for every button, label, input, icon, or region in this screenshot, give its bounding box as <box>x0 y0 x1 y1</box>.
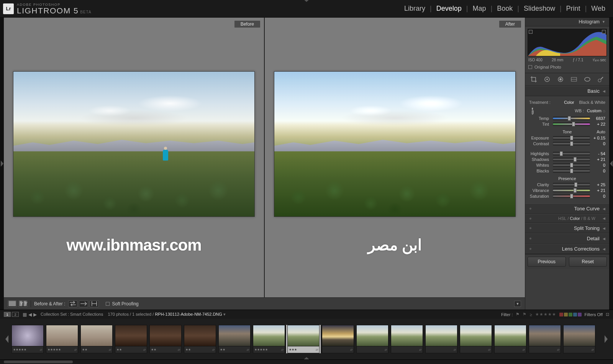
ba-copy-button[interactable] <box>79 300 88 307</box>
ba-copy-settings-button[interactable] <box>90 300 99 307</box>
before-photo[interactable] <box>13 71 255 217</box>
filters-off-dropdown[interactable]: Filters Off <box>585 312 603 317</box>
grid-view-icon[interactable]: ▦ <box>23 312 27 317</box>
temp-slider[interactable] <box>553 116 590 120</box>
filmstrip-thumb[interactable]: ★★▱ <box>115 325 147 353</box>
filmstrip-thumb[interactable]: ★★▱ <box>218 325 251 353</box>
filmstrip-thumb[interactable]: ▱ <box>494 325 526 353</box>
color-label-yellow[interactable] <box>564 313 568 316</box>
vibrance-value[interactable]: + 21 <box>592 188 605 193</box>
filmstrip-scrollbar[interactable] <box>0 359 613 364</box>
redeye-tool[interactable] <box>556 75 565 83</box>
shadows-slider[interactable] <box>553 157 590 161</box>
module-slideshow[interactable]: Slideshow <box>521 5 557 13</box>
wb-dropdown[interactable]: Custom◇ <box>587 108 605 113</box>
radial-filter-tool[interactable] <box>582 75 592 83</box>
highlights-value[interactable]: - 54 <box>592 151 605 156</box>
split-toning-header[interactable]: Split Toning◀ <box>525 223 609 233</box>
module-map[interactable]: Map <box>470 5 488 13</box>
nav-forward-icon[interactable]: ▶ <box>33 312 37 317</box>
temp-value[interactable]: 6837 <box>592 116 605 121</box>
left-panel-expand-icon[interactable] <box>0 18 4 310</box>
filter-lock-icon[interactable]: ⊡ <box>606 312 609 317</box>
panel-collapse-top-icon[interactable] <box>303 0 310 2</box>
filter-rating[interactable]: ★★★★★ <box>535 312 556 317</box>
filmstrip-thumb[interactable]: ★★▱ <box>149 325 182 353</box>
ba-swap-button[interactable] <box>68 300 77 307</box>
saturation-value[interactable]: 0 <box>592 194 605 198</box>
original-photo-toggle[interactable]: Original Photo <box>528 64 607 71</box>
filmstrip-thumb[interactable]: ★★★★★▱ <box>253 325 285 353</box>
filmstrip-thumb[interactable]: ★★★★★▱ <box>11 325 44 353</box>
filmstrip-next-icon[interactable] <box>605 335 608 343</box>
saturation-slider[interactable] <box>553 194 590 198</box>
module-develop[interactable]: Develop <box>434 5 464 13</box>
module-book[interactable]: Book <box>495 5 515 13</box>
whites-value[interactable]: 0 <box>592 163 605 167</box>
color-label-purple[interactable] <box>578 313 582 316</box>
tone-curve-header[interactable]: Tone Curve◀ <box>525 203 609 214</box>
crop-tool[interactable] <box>529 75 539 83</box>
filmstrip-thumb[interactable]: ★★★★★▱ <box>46 325 78 353</box>
treatment-bw[interactable]: Black & White <box>579 100 605 105</box>
histogram-header[interactable]: Histogram▼ <box>525 18 609 26</box>
display-1-button[interactable]: 1 <box>4 312 11 317</box>
filter-reject-icon[interactable]: ⚑ <box>523 312 526 317</box>
exposure-value[interactable]: + 0.15 <box>592 136 605 140</box>
highlight-clip-indicator[interactable] <box>602 30 606 34</box>
adjustment-brush-tool[interactable] <box>596 75 606 83</box>
wb-eyedropper-icon[interactable] <box>528 107 537 115</box>
loupe-view-button[interactable] <box>8 300 17 307</box>
highlights-slider[interactable] <box>553 152 590 156</box>
nav-back-icon[interactable]: ◀ <box>28 312 32 317</box>
toolbar-options-dropdown[interactable]: ▼ <box>514 301 521 307</box>
color-label-blue[interactable] <box>573 313 577 316</box>
shadows-value[interactable]: + 21 <box>592 157 605 162</box>
right-panel-collapse-icon[interactable] <box>609 18 613 310</box>
vibrance-slider[interactable] <box>553 189 590 192</box>
collection-path[interactable]: Collection Set : Smart Collections <box>41 312 103 316</box>
shadow-clip-indicator[interactable] <box>529 30 533 34</box>
detail-header[interactable]: Detail◀ <box>525 233 609 244</box>
blacks-value[interactable]: 0 <box>592 169 605 173</box>
clarity-slider[interactable] <box>553 183 590 187</box>
filmstrip-thumb[interactable]: ▱ <box>322 325 354 353</box>
hsl-header[interactable]: HSL/Color/B & W◀ <box>525 214 609 223</box>
treatment-color[interactable]: Color <box>564 100 574 105</box>
filmstrip-thumb[interactable]: ▱ <box>425 325 457 353</box>
basic-panel-header[interactable]: Basic◀ <box>525 86 609 96</box>
histogram-graph[interactable] <box>528 29 607 56</box>
clarity-value[interactable]: + 25 <box>592 182 605 187</box>
auto-tone-button[interactable]: Auto <box>597 130 605 134</box>
filmstrip-thumb[interactable]: ★★▱ <box>80 325 113 353</box>
spot-removal-tool[interactable] <box>542 75 552 83</box>
lens-corrections-header[interactable]: Lens Corrections◀ <box>525 244 609 254</box>
filmstrip-thumb[interactable]: ▱ <box>563 325 595 353</box>
whites-slider[interactable] <box>553 163 590 167</box>
filmstrip-thumb[interactable]: ★★★▱ <box>287 325 320 353</box>
filmstrip-prev-icon[interactable] <box>5 335 8 343</box>
color-label-red[interactable] <box>559 313 563 316</box>
module-web[interactable]: Web <box>589 5 608 13</box>
contrast-slider[interactable] <box>553 142 590 146</box>
tint-slider[interactable] <box>553 122 590 126</box>
filmstrip-thumb[interactable]: ★★▱ <box>184 325 216 353</box>
graduated-filter-tool[interactable] <box>569 75 579 83</box>
reset-button[interactable]: Reset <box>569 257 607 267</box>
contrast-value[interactable]: 0 <box>592 141 605 146</box>
blacks-slider[interactable] <box>553 169 590 173</box>
compare-view-button[interactable]: YY <box>18 300 28 307</box>
filmstrip-thumb[interactable]: ▱ <box>460 325 492 353</box>
filmstrip-thumb[interactable]: ▱ <box>529 325 561 353</box>
after-photo[interactable] <box>274 71 516 217</box>
filmstrip-thumb[interactable]: ▱ <box>391 325 423 353</box>
color-label-green[interactable] <box>569 313 572 316</box>
filter-flag-icon[interactable]: ⚑ <box>516 312 520 317</box>
tint-value[interactable]: + 22 <box>592 122 605 126</box>
soft-proofing-toggle[interactable]: Soft Proofing <box>106 301 138 307</box>
current-filename[interactable]: RPH-130112-Adobe-NM-7452.DNG <box>155 312 222 316</box>
module-library[interactable]: Library <box>402 5 428 13</box>
exposure-slider[interactable] <box>553 136 590 140</box>
previous-button[interactable]: Previous <box>528 257 566 267</box>
display-2-button[interactable]: 2 <box>12 312 19 317</box>
